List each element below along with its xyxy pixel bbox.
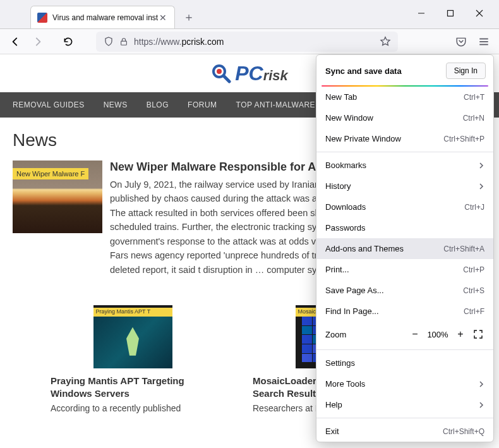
menu-item-more-tools[interactable]: More Tools [316,373,493,394]
menu-item-label: New Private Window [325,134,401,143]
logo-magnifier-icon [211,63,231,83]
app-menu: Sync and save data Sign In New TabCtrl+T… [316,54,494,442]
zoom-label: Zoom [325,330,406,339]
menu-item-shortcut: Ctrl+P [463,265,484,274]
menu-item-save-page-as[interactable]: Save Page As...Ctrl+S [316,280,493,301]
menu-item-new-window[interactable]: New WindowCtrl+N [316,107,493,128]
pocket-button[interactable] [451,32,471,52]
app-menu-button[interactable] [474,32,494,52]
menu-separator [316,418,493,418]
tab-active[interactable]: Virus and malware removal inst ✕ [30,6,175,28]
menu-item-label: New Window [325,113,373,123]
menu-item-bookmarks[interactable]: Bookmarks [316,155,493,176]
menu-item-label: Settings [325,358,355,368]
menu-item-shortcut: Ctrl+T [464,93,484,102]
lock-icon[interactable] [116,34,131,49]
menu-item-label: History [325,181,351,191]
menu-item-label: Exit [325,427,339,436]
tab-title: Virus and malware removal inst [52,13,158,22]
chevron-right-icon [478,162,484,169]
menu-separator [316,349,493,350]
svg-rect-4 [121,41,127,45]
tab-strip: Virus and malware removal inst ✕ ＋ [0,6,407,28]
menu-item-label: Help [325,400,342,409]
menu-item-label: More Tools [325,379,365,389]
nav-forum[interactable]: FORUM [188,100,217,109]
nav-top-anti-malware[interactable]: TOP ANTI-MALWARE [236,100,316,109]
menu-separator [316,152,493,152]
menu-item-label: Downloads [325,202,366,212]
menu-item-new-private-window[interactable]: New Private WindowCtrl+Shift+P [316,128,493,149]
menu-item-history[interactable]: History [316,176,493,197]
menu-item-shortcut: Ctrl+S [463,286,484,295]
menu-item-find-in-page[interactable]: Find In Page...Ctrl+F [316,301,493,322]
menu-item-shortcut: Ctrl+Shift+Q [443,427,484,436]
url-text: https://www.pcrisk.com [131,37,378,47]
menu-item-downloads[interactable]: DownloadsCtrl+J [316,197,493,217]
menu-item-exit[interactable]: ExitCtrl+Shift+Q [316,421,493,442]
logo-text: PCrisk [235,62,288,85]
svg-line-10 [224,76,229,82]
maximize-button[interactable] [436,3,465,23]
menu-item-add-ons-and-themes[interactable]: Add-ons and ThemesCtrl+Shift+A [316,238,493,259]
svg-point-9 [217,69,222,74]
site-logo[interactable]: PCrisk [211,62,288,85]
menu-item-shortcut: Ctrl+Shift+P [443,135,484,143]
close-window-button[interactable] [465,3,494,23]
thumbnail-label: New Wiper Malware F [13,168,88,179]
minimize-button[interactable] [407,3,436,23]
zoom-out-button[interactable]: − [406,325,424,343]
back-button[interactable] [5,32,25,52]
card-text: According to a recently published [51,403,215,413]
chevron-right-icon [478,402,484,408]
signin-button[interactable]: Sign In [446,63,486,79]
menu-item-label: Print... [325,265,349,274]
shield-icon[interactable] [101,34,116,49]
toolbar: https://www.pcrisk.com [0,29,499,54]
favicon-icon [37,13,47,23]
menu-item-shortcut: Ctrl+J [464,203,484,212]
menu-item-settings[interactable]: Settings [316,353,493,373]
menu-item-print[interactable]: Print...Ctrl+P [316,259,493,280]
card-thumb-label: Praying Mantis APT T [93,308,172,317]
menu-item-label: Passwords [325,223,366,233]
new-tab-button[interactable]: ＋ [180,8,198,26]
menu-item-label: Bookmarks [325,160,366,170]
chevron-right-icon [478,183,484,190]
nav-blog[interactable]: BLOG [147,100,169,109]
menu-item-shortcut: Ctrl+Shift+A [443,245,484,253]
menu-item-label: Save Page As... [325,286,384,295]
article-thumbnail[interactable]: New Wiper Malware F [13,160,102,233]
zoom-in-button[interactable]: + [452,325,469,343]
titlebar: Virus and malware removal inst ✕ ＋ [0,0,499,29]
card-thumbnail[interactable]: Praying Mantis APT T [93,305,172,368]
tab-close-icon[interactable]: ✕ [158,13,168,23]
nav-news[interactable]: NEWS [104,100,128,109]
fullscreen-button[interactable] [469,325,487,343]
menu-item-label: Add-ons and Themes [325,244,404,253]
card-title[interactable]: Praying Mantis APT Targeting Windows Ser… [51,375,215,399]
menu-item-passwords[interactable]: Passwords [316,217,493,238]
menu-item-shortcut: Ctrl+F [464,307,484,316]
menu-item-shortcut: Ctrl+N [463,114,484,123]
nav-removal-guides[interactable]: REMOVAL GUIDES [13,100,85,109]
chevron-right-icon [478,381,484,387]
zoom-percent: 100% [424,330,452,339]
svg-rect-1 [448,11,454,16]
menu-item-label: Find In Page... [325,306,379,316]
card-praying-mantis: Praying Mantis APT T Praying Mantis APT … [51,305,215,413]
menu-item-new-tab[interactable]: New TabCtrl+T [316,87,493,107]
bookmark-star-icon[interactable] [378,34,393,49]
menu-header: Sync and save data Sign In [316,55,493,85]
url-bar[interactable]: https://www.pcrisk.com [96,32,398,52]
menu-item-help[interactable]: Help [316,394,493,415]
forward-button[interactable] [28,32,48,52]
reload-button[interactable] [58,32,78,52]
menu-zoom-row: Zoom − 100% + [316,322,493,347]
window-controls [407,3,499,23]
menu-sync-title: Sync and save data [325,66,402,76]
menu-item-label: New Tab [325,92,357,102]
